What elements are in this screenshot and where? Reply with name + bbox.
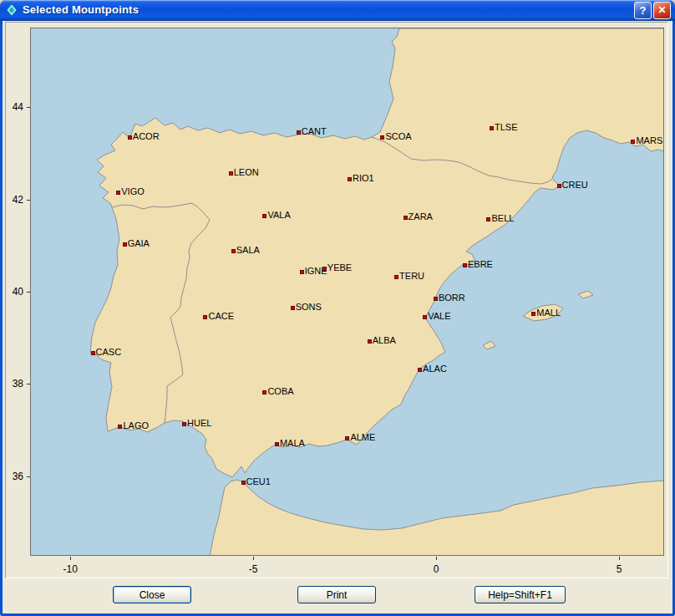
close-caption-button[interactable]: ✕ [653, 2, 671, 19]
x-tick-label: 0 [434, 563, 439, 575]
station-label: COBA [267, 385, 293, 397]
station-label: EBRE [468, 258, 493, 270]
station-marker [203, 315, 207, 319]
station-label: YEBE [327, 262, 352, 273]
station-marker [116, 191, 120, 195]
station-label: ALME [350, 431, 375, 443]
station-marker [128, 135, 132, 140]
station-label: TLSE [495, 121, 518, 133]
x-axis: -10-505 [30, 557, 664, 580]
station-label: GAIA [128, 237, 150, 249]
close-button[interactable]: Close [113, 586, 191, 603]
station-marker [423, 315, 427, 319]
station-label: SONS [296, 301, 322, 313]
station-marker [345, 436, 349, 440]
station-label: ZARA [409, 211, 433, 222]
y-tick-label: 42 [13, 194, 23, 206]
station-label: CACE [208, 310, 234, 322]
station-label: CEU1 [246, 476, 271, 487]
station-marker [380, 135, 384, 140]
station-label: HUEL [187, 417, 211, 429]
station-marker [241, 481, 246, 485]
station-label: MALA [280, 437, 305, 449]
station-label: ALBA [373, 334, 396, 346]
station-marker [91, 351, 95, 355]
help-button[interactable]: Help=Shift+F1 [475, 586, 566, 603]
station-marker [348, 177, 352, 181]
print-button[interactable]: Print [297, 586, 376, 603]
x-tick [70, 557, 71, 560]
station-label: CREU [562, 179, 588, 191]
station-marker [297, 130, 301, 135]
station-label: SCOA [385, 130, 411, 142]
station-label: BELL [491, 212, 514, 224]
station-label: SALA [236, 244, 260, 256]
titlebar[interactable]: Selected Mountpoints ? ✕ [0, 0, 675, 21]
station-marker [434, 297, 438, 301]
station-marker [557, 184, 561, 188]
station-marker [631, 140, 635, 144]
station-marker [118, 425, 122, 429]
x-tick-label: -5 [249, 563, 258, 575]
station-label: CASC [96, 346, 122, 358]
x-tick [253, 557, 254, 560]
y-tick-label: 36 [13, 471, 23, 482]
station-marker [262, 390, 266, 395]
station-label: VALE [428, 310, 450, 322]
station-marker [403, 216, 408, 220]
station-label: RIO1 [353, 172, 374, 184]
map-plot: ACORCANTSCOATLSEMARSVIGOLEONRIO1CREUVALA… [30, 28, 664, 556]
x-tick-label: 5 [617, 563, 622, 575]
station-marker [275, 442, 279, 446]
y-tick-label: 38 [13, 378, 23, 389]
app-icon [5, 3, 18, 17]
x-tick [436, 557, 437, 560]
x-tick-label: -10 [63, 563, 78, 575]
station-label: MARS [636, 135, 662, 146]
station-marker [368, 339, 372, 344]
station-label: MALL [536, 307, 561, 318]
station-label: LAGO [123, 420, 149, 431]
y-axis: 3638404244 [3, 28, 30, 556]
station-marker [322, 267, 327, 271]
station-marker [291, 306, 295, 310]
station-label: ACOR [133, 130, 160, 142]
station-marker [394, 275, 398, 279]
help-caption-button[interactable]: ? [634, 2, 652, 19]
window-title: Selected Mountpoints [23, 3, 139, 16]
station-marker [262, 214, 266, 218]
station-marker [229, 171, 233, 176]
station-marker [418, 368, 422, 372]
station-label: LEON [234, 166, 259, 178]
station-marker [300, 270, 304, 274]
client-area: 3638404244 -10-505 ACORCANTSCOATLSEMARSV… [3, 21, 672, 613]
station-label: TERU [399, 270, 424, 282]
station-marker [531, 312, 535, 316]
station-label: BORR [439, 292, 465, 303]
station-layer: ACORCANTSCOATLSEMARSVIGOLEONRIO1CREUVALA… [31, 28, 663, 555]
station-marker [486, 217, 490, 221]
station-label: CANT [302, 125, 327, 137]
station-marker [463, 263, 467, 267]
station-marker [182, 422, 186, 426]
y-tick-label: 40 [13, 286, 23, 298]
selected-mountpoints-window: Selected Mountpoints ? ✕ 3638404244 -10-… [0, 0, 675, 616]
station-marker [490, 126, 494, 130]
station-label: ALAC [423, 363, 447, 374]
station-label: VIGO [121, 186, 145, 197]
station-marker [231, 249, 236, 253]
y-tick-label: 44 [13, 101, 23, 113]
x-tick [619, 557, 620, 560]
station-label: VALA [267, 209, 290, 221]
station-marker [123, 242, 127, 247]
